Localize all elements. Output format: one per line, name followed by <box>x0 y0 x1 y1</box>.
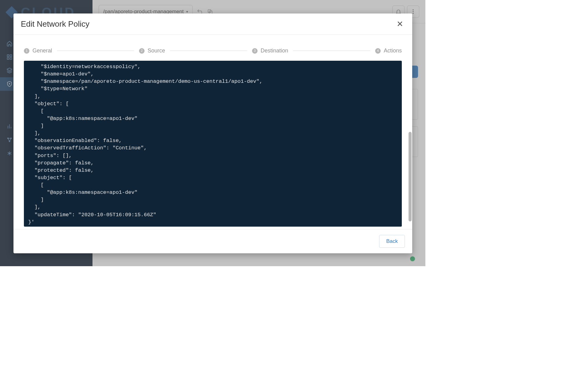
wizard-stepper: 1 General 2 Source 3 Destination 4 Actio… <box>24 48 402 54</box>
modal-body: 1 General 2 Source 3 Destination 4 Actio… <box>13 35 412 229</box>
step-connector <box>170 51 247 51</box>
step-source[interactable]: 2 Source <box>139 48 165 54</box>
step-number: 3 <box>252 48 258 54</box>
back-button[interactable]: Back <box>379 235 405 248</box>
step-connector <box>57 51 134 51</box>
edit-network-policy-modal: Edit Network Policy ✕ 1 General 2 Source… <box>13 13 412 253</box>
scrollbar-thumb[interactable] <box>409 132 412 221</box>
step-label: Actions <box>384 48 402 54</box>
step-number: 1 <box>24 48 29 54</box>
policy-code-block[interactable]: "$identity=networkaccesspolicy", "$name=… <box>24 61 402 227</box>
close-icon: ✕ <box>397 19 403 29</box>
modal-header: Edit Network Policy ✕ <box>13 13 412 35</box>
step-general[interactable]: 1 General <box>24 48 52 54</box>
step-number: 2 <box>139 48 145 54</box>
step-number: 4 <box>375 48 381 54</box>
app-root: CLOUD <box>0 0 425 266</box>
modal-title: Edit Network Policy <box>21 19 89 29</box>
step-actions[interactable]: 4 Actions <box>375 48 402 54</box>
modal-footer: Back <box>13 229 412 253</box>
step-destination[interactable]: 3 Destination <box>252 48 288 54</box>
step-label: Destination <box>261 48 288 54</box>
step-label: Source <box>148 48 165 54</box>
step-label: General <box>32 48 52 54</box>
modal-close-button[interactable]: ✕ <box>395 19 405 29</box>
step-connector <box>293 51 370 51</box>
